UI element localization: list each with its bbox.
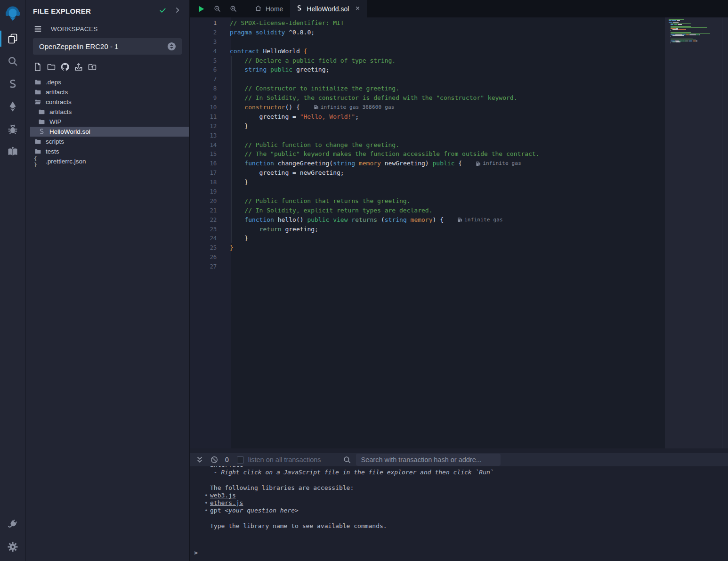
code-line[interactable]: 4contract HelloWorld { xyxy=(190,47,665,56)
code-line[interactable]: 27 xyxy=(190,262,665,271)
terminal-link[interactable]: web3.js xyxy=(210,492,236,499)
indent-guide xyxy=(231,112,232,122)
tree-item-scripts[interactable]: scripts xyxy=(30,137,189,146)
activity-bar xyxy=(0,0,26,561)
indent-guide xyxy=(231,168,232,178)
listen-transactions-checkbox[interactable] xyxy=(237,456,244,463)
learneth-icon[interactable] xyxy=(0,140,26,163)
code-line[interactable]: 9 // In Solidity, the constructor is def… xyxy=(190,93,665,103)
zoom-in-button[interactable] xyxy=(225,0,241,17)
code-text: // Constructor to initialize the greetin… xyxy=(230,84,399,93)
settings-icon[interactable] xyxy=(0,536,26,558)
tab-helloworld-sol[interactable]: HelloWorld.sol xyxy=(289,0,367,17)
code-line[interactable]: 26 xyxy=(190,252,665,262)
code-line[interactable]: 2pragma solidity ^0.8.0; xyxy=(190,28,665,37)
line-number: 6 xyxy=(190,65,217,74)
code-line[interactable]: 24 } xyxy=(190,234,665,243)
solidity-compiler-icon[interactable] xyxy=(0,73,26,95)
code-line[interactable]: 20 // Public function that returns the g… xyxy=(190,196,665,206)
code-line[interactable]: 19 xyxy=(190,187,665,196)
new-file-icon[interactable] xyxy=(33,62,42,72)
indent-guide xyxy=(231,131,232,140)
code-line[interactable]: 8 // Constructor to initialize the greet… xyxy=(190,84,665,93)
line-number: 13 xyxy=(190,131,217,140)
transaction-count-badge: 0 xyxy=(225,456,229,463)
terminal-link[interactable]: ethers.js xyxy=(210,499,243,506)
upload-file-icon[interactable] xyxy=(74,62,83,72)
solidity-file-icon xyxy=(38,128,45,136)
code-line[interactable]: 13 xyxy=(190,131,665,140)
deploy-run-icon[interactable] xyxy=(0,95,26,118)
terminal-line: Type the library name to see available c… xyxy=(210,522,728,530)
code-text: // The "public" keyword makes the functi… xyxy=(230,149,539,159)
search-icon[interactable] xyxy=(0,50,26,73)
code-line[interactable]: 22 function hello() public view returns … xyxy=(190,215,665,225)
remix-logo-icon[interactable] xyxy=(0,0,26,27)
code-text: greeting = "Hello, World!"; xyxy=(230,112,359,122)
code-line[interactable]: 18 } xyxy=(190,178,665,187)
debugger-icon[interactable] xyxy=(0,118,26,140)
code-line[interactable]: 25} xyxy=(190,243,665,252)
chevron-right-icon[interactable] xyxy=(173,6,181,16)
code-text: greeting = newGreeting; xyxy=(230,168,344,178)
bullet: • xyxy=(204,499,210,507)
code-line[interactable]: 11 greeting = "Hello, World!"; xyxy=(190,112,665,122)
close-tab-icon[interactable] xyxy=(355,5,361,13)
new-folder-icon[interactable] xyxy=(47,62,56,72)
accept-check-icon[interactable] xyxy=(159,6,167,16)
tree-item-artifacts[interactable]: artifacts xyxy=(30,87,189,97)
indent-guide xyxy=(246,225,246,234)
tree-item-tests[interactable]: tests xyxy=(30,146,189,156)
code-text: function changeGreeting(string memory ne… xyxy=(230,159,521,168)
expand-terminal-icon[interactable] xyxy=(195,455,204,464)
hamburger-menu-icon[interactable] xyxy=(33,24,42,33)
file-explorer-icon[interactable] xyxy=(0,27,26,50)
minimap[interactable] xyxy=(669,19,718,47)
code-line[interactable]: 23 return greeting; xyxy=(190,225,665,234)
plugin-manager-icon[interactable] xyxy=(0,513,26,536)
code-line[interactable]: 14 // Public function to change the gree… xyxy=(190,140,665,150)
code-line[interactable]: 10 constructor() {infinite gas 368600 ga… xyxy=(190,103,665,112)
line-number: 15 xyxy=(190,149,217,159)
code-line[interactable]: 21 // In Solidity, explicit return types… xyxy=(190,206,665,215)
transaction-search-input[interactable] xyxy=(356,454,501,466)
terminal-prompt[interactable]: > xyxy=(194,549,198,557)
code-line[interactable]: 15 // The "public" keyword makes the fun… xyxy=(190,149,665,159)
workspace-name: OpenZeppelin ERC20 - 1 xyxy=(39,42,118,50)
workspace-select[interactable]: OpenZeppelin ERC20 - 1 xyxy=(33,38,182,55)
code-line[interactable]: 17 greeting = newGreeting; xyxy=(190,168,665,178)
tree-item-helloworld-sol[interactable]: HelloWorld.sol xyxy=(30,127,189,137)
indent-guide xyxy=(231,93,232,103)
upload-folder-icon[interactable] xyxy=(88,62,97,72)
clear-console-icon[interactable] xyxy=(210,455,218,464)
terminal-line: •web3.js xyxy=(210,492,728,499)
code-lines: 1// SPDX-License-Identifier: MIT2pragma … xyxy=(190,18,665,271)
code-line[interactable]: 3 xyxy=(190,37,665,47)
line-number: 9 xyxy=(190,93,217,103)
line-number: 12 xyxy=(190,122,217,131)
tree-item-label: tests xyxy=(46,148,59,155)
tree-item--deps[interactable]: .deps xyxy=(30,77,189,87)
tree-item--prettierrc-json[interactable]: { }.prettierrc.json xyxy=(30,156,189,166)
tree-item-artifacts[interactable]: artifacts xyxy=(30,107,189,117)
workspace-stepper-icon[interactable] xyxy=(167,42,176,51)
code-line[interactable]: 7 xyxy=(190,74,665,84)
tab-home-label: Home xyxy=(266,5,283,13)
code-line[interactable]: 1// SPDX-License-Identifier: MIT xyxy=(190,18,665,28)
code-editor[interactable]: 1// SPDX-License-Identifier: MIT2pragma … xyxy=(190,17,728,448)
terminal-text: Type the library name to see available c… xyxy=(210,522,387,529)
run-script-button[interactable] xyxy=(193,0,209,17)
tab-home[interactable]: Home xyxy=(249,0,289,17)
tree-item-wip[interactable]: WIP xyxy=(30,117,189,127)
tree-item-contracts[interactable]: contracts xyxy=(30,97,189,107)
indent-guide xyxy=(231,103,232,112)
code-line[interactable]: 16 function changeGreeting(string memory… xyxy=(190,159,665,168)
zoom-out-button[interactable] xyxy=(209,0,225,17)
code-text: return greeting; xyxy=(230,225,318,234)
code-line[interactable]: 6 string public greeting; xyxy=(190,65,665,74)
code-line[interactable]: 12 } xyxy=(190,122,665,131)
code-line[interactable]: 5 // Declare a public field of type stri… xyxy=(190,56,665,65)
clone-github-icon[interactable] xyxy=(60,62,70,72)
terminal-line: - Right click on a JavaScript file in th… xyxy=(210,469,728,476)
line-number: 14 xyxy=(190,140,217,150)
